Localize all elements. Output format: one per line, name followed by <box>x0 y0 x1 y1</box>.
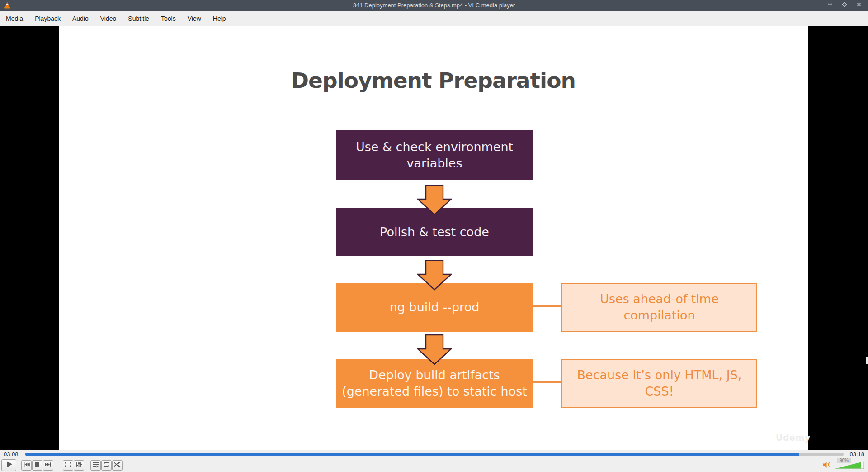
stop-icon <box>33 461 41 470</box>
flow-box-deploy-artifacts: Deploy build artifacts (generated files)… <box>336 359 533 408</box>
stop-button[interactable] <box>32 460 42 471</box>
slide-content: Deployment Preparation Use & check envir… <box>59 26 808 450</box>
down-block-arrow-icon <box>417 185 452 215</box>
udemy-watermark: Udemy <box>776 433 811 443</box>
minimize-button[interactable] <box>826 2 834 9</box>
time-total: 03:18 <box>849 451 864 458</box>
random-button[interactable] <box>112 460 123 471</box>
next-icon <box>44 461 52 470</box>
seek-bar[interactable] <box>25 453 844 456</box>
text-cursor-artifact <box>866 357 868 364</box>
extended-settings-icon <box>75 461 83 470</box>
menu-item-video[interactable]: Video <box>94 11 123 26</box>
previous-button[interactable] <box>21 460 32 471</box>
loop-button[interactable] <box>101 460 112 471</box>
controls-bar: 03:08 03:18 <box>0 450 868 472</box>
random-icon <box>113 461 121 470</box>
menu-item-media[interactable]: Media <box>3 11 29 26</box>
menu-item-audio[interactable]: Audio <box>66 11 94 26</box>
maximize-button[interactable] <box>841 2 848 9</box>
fullscreen-button[interactable] <box>63 460 73 471</box>
play-button[interactable] <box>1 459 16 471</box>
slide-title: Deployment Preparation <box>59 68 808 93</box>
volume-percentage-label: 90% <box>837 458 851 463</box>
play-icon <box>5 460 14 471</box>
callout-static-host: Because it’s only HTML, JS, CSS! <box>561 359 757 408</box>
playlist-button[interactable] <box>90 460 101 471</box>
menu-item-tools[interactable]: Tools <box>155 11 182 26</box>
titlebar: 341 Deployment Preparation & Steps.mp4 -… <box>0 0 868 11</box>
extended-settings-button[interactable] <box>74 460 84 471</box>
menu-item-help[interactable]: Help <box>207 11 232 26</box>
down-block-arrow-icon <box>417 260 452 291</box>
close-icon <box>856 1 862 10</box>
menu-item-view[interactable]: View <box>182 11 207 26</box>
seek-fill <box>25 453 799 456</box>
previous-icon <box>23 461 30 470</box>
next-button[interactable] <box>43 460 53 471</box>
menu-item-playback[interactable]: Playback <box>29 11 66 26</box>
down-block-arrow-icon <box>417 334 452 365</box>
minimize-icon <box>827 1 833 10</box>
window-controls <box>826 0 863 11</box>
fullscreen-icon <box>64 461 72 470</box>
close-button[interactable] <box>855 2 863 9</box>
maximize-icon <box>841 1 848 10</box>
video-canvas[interactable]: Deployment Preparation Use & check envir… <box>0 26 868 450</box>
callout-connector-line <box>533 381 561 383</box>
volume-icon[interactable] <box>822 461 832 471</box>
callout-connector-line <box>533 305 561 307</box>
window-title: 341 Deployment Preparation & Steps.mp4 -… <box>0 0 868 11</box>
callout-aot-compilation: Uses ahead-of-time compilation <box>561 283 757 332</box>
loop-icon <box>103 461 110 470</box>
menubar: Media Playback Audio Video Subtitle Tool… <box>0 11 868 26</box>
time-elapsed: 03:08 <box>4 451 19 458</box>
menu-item-subtitle[interactable]: Subtitle <box>122 11 155 26</box>
flow-box-environment-variables: Use & check environment variables <box>336 130 533 180</box>
playlist-icon <box>92 461 99 470</box>
